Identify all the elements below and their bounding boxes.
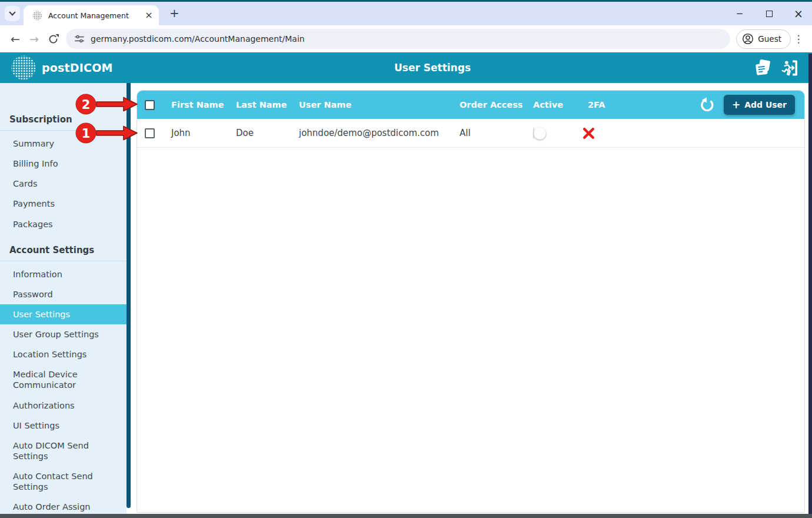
browser-toolbar: ← → germany.postdicom.com/AccountManagem… [0, 25, 812, 52]
column-2fa: 2FA [582, 100, 636, 109]
tab-search-button[interactable] [5, 6, 20, 21]
reload-icon [48, 34, 59, 45]
favicon-icon [32, 11, 42, 21]
2fa-disabled-x-icon [583, 127, 595, 140]
cell-last-name: Doe [230, 128, 293, 138]
logout-button[interactable] [781, 59, 799, 77]
active-toggle[interactable] [533, 127, 534, 139]
row-checkbox[interactable] [145, 128, 155, 138]
column-first-name: First Name [165, 100, 230, 109]
profile-label: Guest [758, 34, 781, 44]
sidebar-item-auto-dicom-send-settings[interactable]: Auto DICOM Send Settings [0, 436, 127, 466]
header-icons [754, 52, 799, 83]
sidebar-item-user-group-settings[interactable]: User Group Settings [0, 324, 127, 344]
tab-strip: Account Management × + − × [0, 2, 812, 25]
sidebar-section-account-settings: Account Settings [0, 241, 127, 261]
sidebar-scrollbar[interactable] [127, 83, 131, 508]
page-title: User Settings [53, 52, 812, 83]
page-scrollbar[interactable] [808, 54, 812, 518]
sidebar-item-payments[interactable]: Payments [0, 194, 127, 214]
sidebar-item-summary[interactable]: Summary [0, 134, 127, 154]
column-active: Active [527, 100, 582, 109]
refresh-button[interactable] [699, 97, 715, 113]
tab-close-icon[interactable]: × [144, 10, 154, 21]
maximize-button[interactable] [763, 6, 776, 21]
plus-icon: + [732, 100, 740, 110]
tab-title: Account Management [48, 11, 138, 20]
sidebar-item-password[interactable]: Password [0, 284, 127, 304]
table-row: John Doe johndoe/demo@postdicom.com All [137, 119, 804, 148]
orders-button[interactable] [754, 59, 772, 77]
2fa-status [582, 127, 636, 140]
browser-menu-button[interactable]: ⋮ [791, 33, 806, 45]
add-user-button[interactable]: + Add User [724, 95, 795, 115]
cell-user-name: johndoe/demo@postdicom.com [293, 128, 454, 138]
chevron-down-icon [9, 9, 15, 15]
sidebar-item-user-settings[interactable]: User Settings [0, 304, 127, 324]
url-text: germany.postdicom.com/AccountManagement/… [91, 34, 305, 44]
guest-avatar-icon [742, 33, 754, 45]
refresh-icon [699, 97, 715, 113]
reload-button[interactable] [44, 29, 62, 48]
browser-window: Account Management × + − × ← → germany.p… [0, 0, 812, 518]
sidebar-item-auto-order-assign-settings[interactable]: Auto Order Assign Settings [0, 497, 127, 516]
column-last-name: Last Name [230, 100, 293, 109]
add-user-label: Add User [744, 100, 787, 109]
sidebar-item-billing-info[interactable]: Billing Info [0, 154, 127, 174]
sidebar-item-packages[interactable]: Packages [0, 214, 127, 234]
cell-order-access: All [454, 128, 527, 138]
sidebar-item-cards[interactable]: Cards [0, 174, 127, 194]
sidebar-item-auto-contact-send-settings[interactable]: Auto Contact Send Settings [0, 466, 127, 497]
toggle-knob [534, 127, 546, 140]
maximize-icon [766, 11, 773, 17]
sidebar-item-location-settings[interactable]: Location Settings [0, 344, 127, 364]
url-bar[interactable]: germany.postdicom.com/AccountManagement/… [66, 29, 730, 49]
back-button[interactable]: ← [6, 29, 25, 48]
minimize-button[interactable]: − [733, 6, 746, 21]
sidebar-item-medical-device-communicator[interactable]: Medical Device Communicator [0, 364, 127, 395]
sidebar-item-information[interactable]: Information [0, 264, 127, 284]
users-table: First Name Last Name User Name Order Acc… [137, 90, 805, 513]
app-header: postDICOM User Settings [0, 52, 812, 83]
browser-tab[interactable]: Account Management × [24, 5, 159, 25]
select-all-checkbox[interactable] [145, 100, 155, 110]
cell-first-name: John [165, 128, 230, 138]
column-user-name: User Name [293, 100, 454, 109]
site-settings-icon[interactable] [74, 34, 85, 44]
users-table-header: First Name Last Name User Name Order Acc… [137, 91, 804, 119]
window-close-button[interactable]: × [792, 6, 805, 21]
new-tab-button[interactable]: + [167, 6, 182, 21]
sidebar-section-subscription: Subscription [0, 110, 127, 131]
logo-sphere-icon [11, 55, 36, 81]
column-order-access: Order Access [454, 100, 527, 109]
sidebar: Subscription Summary Billing Info Cards … [0, 83, 127, 516]
bottom-edge-strip [0, 514, 812, 518]
profile-button[interactable]: Guest [736, 29, 791, 49]
logout-icon [781, 59, 799, 77]
window-controls: − × [733, 2, 805, 25]
stacked-notes-icon [754, 59, 772, 77]
sidebar-item-ui-settings[interactable]: UI Settings [0, 416, 127, 436]
sidebar-item-authorizations[interactable]: Authorizations [0, 396, 127, 416]
forward-button[interactable]: → [25, 29, 44, 48]
